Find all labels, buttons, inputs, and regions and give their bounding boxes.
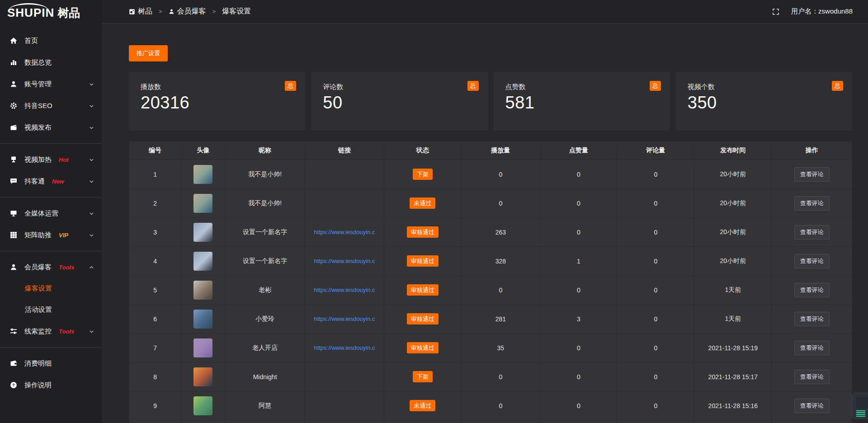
video-link[interactable]: https://www.iesdouyin.c [306,229,384,235]
stat-value: 20316 [141,93,293,113]
cell-link [305,391,384,420]
sidebar-item[interactable]: 线索监控Tools [0,320,102,342]
home-icon [10,37,18,44]
sidebar-item[interactable]: 数据总览 [0,52,102,73]
cell-id [129,420,181,423]
stat-total-badge: 总 [650,81,661,91]
cell-time [694,420,772,423]
video-link[interactable]: https://www.iesdouyin.c [306,344,384,351]
videos-table-wrap: 编号头像昵称链接状态播放量点赞量评论量发布时间操作 1我不是小帅!下架00020… [129,141,852,423]
cell-action: 查看评论 [772,276,852,305]
cell-time: 20小时前 [694,189,772,218]
sidebar-subitem[interactable]: 活动设置 [0,299,102,320]
sidebar-item[interactable]: 视频加热Hot [0,149,102,170]
sidebar-item[interactable]: ?操作说明 [0,374,102,396]
sidebar-item-label: 线索监控 [24,327,52,336]
stat-label: 播放数 [141,83,293,91]
cell-avatar [181,305,226,334]
sidebar-item[interactable]: 会员爆客Tools [0,256,102,278]
cell-link: https://www.iesdouyin.c [305,334,384,362]
cell-nickname: 阿慧 [225,391,305,420]
status-badge: 审核通过 [407,313,439,325]
view-comments-button[interactable]: 查看评论 [794,196,830,211]
cell-time: 1天前 [694,276,772,305]
stat-total-badge: 总 [285,81,296,91]
cell-link [305,362,384,391]
cell-avatar [181,189,226,218]
sidebar-item[interactable]: 视频发布 [0,117,102,138]
sidebar-item[interactable]: 账号管理 [0,73,102,95]
fullscreen-icon[interactable] [772,8,779,15]
view-comments-button[interactable]: 查看评论 [794,399,830,413]
breadcrumb-item[interactable]: 爆客设置 [222,7,251,16]
cell-id: 9 [129,391,181,420]
sidebar-subitem[interactable]: 爆客设置 [0,278,102,299]
sidebar-divider [0,143,102,144]
sidebar-item[interactable]: 矩阵助推VIP [0,224,102,246]
sidebar-item-tag: VIP [59,232,68,239]
table-header-row: 编号头像昵称链接状态播放量点赞量评论量发布时间操作 [129,141,852,160]
floating-widget[interactable] [852,393,868,419]
sidebar-divider [0,251,102,251]
view-comments-button[interactable]: 查看评论 [794,254,830,268]
cell-plays: 0 [461,189,540,218]
cell-avatar [181,391,226,420]
video-link[interactable]: https://www.iesdouyin.c [306,287,384,293]
cell-id: 8 [129,362,181,391]
sidebar-item[interactable]: 抖客通New [0,170,102,192]
user-menu[interactable]: 用户名：zswodun88 [791,7,854,16]
cell-action: 查看评论 [772,391,852,420]
cell-comments: 0 [617,362,694,391]
view-comments-button[interactable]: 查看评论 [794,225,830,240]
video-link[interactable]: https://www.iesdouyin.c [306,258,384,264]
stat-label: 点赞数 [505,83,658,91]
sidebar-item[interactable]: 抖音SEO [0,95,102,117]
topbar: 树品>会员爆客>爆客设置 用户名：zswodun88 [102,0,868,24]
column-header: 头像 [181,141,226,160]
avatar [193,367,212,386]
sidebar-item[interactable]: 消费明细 [0,352,102,374]
chevron-down-icon [89,103,94,109]
view-comments-button[interactable]: 查看评论 [794,341,830,355]
cell-avatar [181,420,226,423]
view-comments-button[interactable]: 查看评论 [794,167,830,182]
stat-card: 视频个数350总 [676,72,852,131]
video-link[interactable]: https://www.iesdouyin.c [306,315,384,322]
column-header: 状态 [384,141,461,160]
cell-time: 1天前 [694,305,772,334]
table-row [129,420,852,423]
cell-status: 未通过 [384,391,461,420]
view-comments-button[interactable]: 查看评论 [794,283,830,297]
cell-plays: 0 [461,276,540,305]
table-row: 5老彬https://www.iesdouyin.c审核通过0001天前查看评论 [129,276,852,305]
svg-text:?: ? [12,382,15,387]
avatar [193,310,212,329]
stat-label: 视频个数 [688,83,840,91]
sidebar-item[interactable]: 全媒体运营 [0,202,102,224]
promo-settings-button[interactable]: 推广设置 [129,45,168,61]
cell-avatar [181,276,226,305]
widget-bars [856,410,868,417]
cell-id: 7 [129,334,181,362]
cell-status: 审核通过 [384,276,461,305]
status-badge: 下架 [413,371,433,383]
cell-comments: 0 [617,276,694,305]
sidebar-item[interactable]: 首页 [0,30,102,52]
view-comments-button[interactable]: 查看评论 [794,370,830,384]
sidebar-item-tag: Hot [59,156,69,163]
view-comments-button[interactable]: 查看评论 [794,312,830,326]
status-badge: 审核通过 [407,342,439,354]
breadcrumb-label: 会员爆客 [177,7,206,16]
breadcrumb-item[interactable]: 树品 [129,7,152,16]
table-row: 1我不是小帅!下架00020小时前查看评论 [129,160,852,189]
table-row: 9阿慧未通过0002021-11-28 15:16查看评论 [129,391,852,420]
cell-action: 查看评论 [772,218,852,247]
breadcrumb-separator: > [159,8,162,15]
chevron-down-icon [89,179,94,184]
cell-time: 20小时前 [694,160,772,189]
cell-time: 2021-11-28 15:17 [694,362,772,391]
cell-action: 查看评论 [772,362,852,391]
cell-link: https://www.iesdouyin.c [305,218,384,247]
cell-status: 审核通过 [384,305,461,334]
breadcrumb-item[interactable]: 会员爆客 [169,7,206,16]
